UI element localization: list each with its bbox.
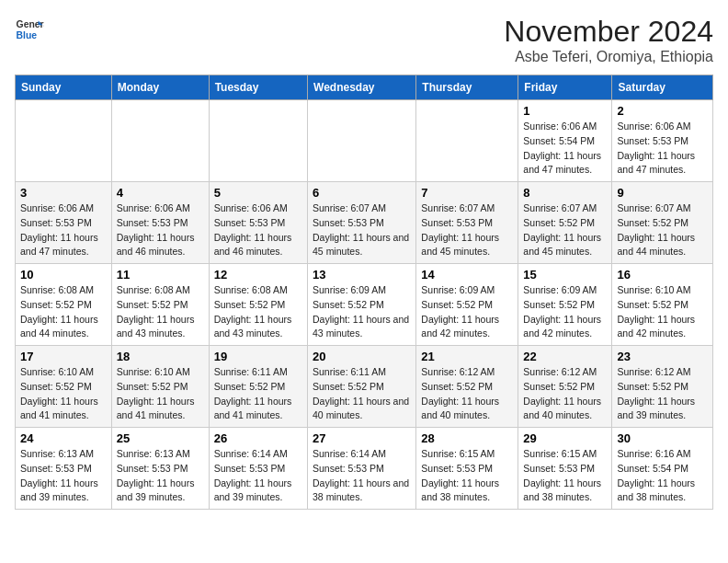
page-header: General Blue November 2024 Asbe Teferi, …: [15, 15, 713, 65]
day-info: Sunrise: 6:06 AM Sunset: 5:54 PM Dayligh…: [523, 120, 607, 178]
day-number: 16: [617, 268, 708, 282]
day-number: 26: [214, 431, 302, 445]
day-number: 10: [20, 268, 107, 282]
day-info: Sunrise: 6:07 AM Sunset: 5:52 PM Dayligh…: [523, 201, 607, 259]
weekday-header-wednesday: Wednesday: [308, 75, 416, 100]
page-subtitle: Asbe Teferi, Oromiya, Ethiopia: [504, 49, 713, 65]
calendar-cell: 29Sunrise: 6:15 AM Sunset: 5:53 PM Dayli…: [518, 428, 612, 510]
day-info: Sunrise: 6:10 AM Sunset: 5:52 PM Dayligh…: [20, 365, 107, 423]
day-number: 18: [117, 350, 204, 363]
day-number: 17: [20, 350, 107, 363]
day-info: Sunrise: 6:13 AM Sunset: 5:53 PM Dayligh…: [117, 447, 204, 505]
day-info: Sunrise: 6:09 AM Sunset: 5:52 PM Dayligh…: [421, 283, 513, 341]
day-number: 12: [214, 268, 302, 282]
day-info: Sunrise: 6:09 AM Sunset: 5:52 PM Dayligh…: [313, 283, 411, 341]
day-info: Sunrise: 6:08 AM Sunset: 5:52 PM Dayligh…: [214, 283, 302, 341]
calendar-cell: [209, 100, 307, 182]
day-info: Sunrise: 6:12 AM Sunset: 5:52 PM Dayligh…: [421, 365, 513, 423]
calendar-cell: 10Sunrise: 6:08 AM Sunset: 5:52 PM Dayli…: [16, 264, 112, 346]
day-number: 1: [523, 104, 607, 118]
day-number: 20: [313, 350, 411, 363]
day-info: Sunrise: 6:06 AM Sunset: 5:53 PM Dayligh…: [617, 120, 708, 178]
day-info: Sunrise: 6:06 AM Sunset: 5:53 PM Dayligh…: [20, 201, 107, 259]
weekday-header-friday: Friday: [518, 75, 612, 100]
day-number: 23: [617, 350, 708, 363]
day-info: Sunrise: 6:07 AM Sunset: 5:52 PM Dayligh…: [617, 201, 708, 259]
calendar-cell: 4Sunrise: 6:06 AM Sunset: 5:53 PM Daylig…: [111, 182, 209, 264]
day-info: Sunrise: 6:07 AM Sunset: 5:53 PM Dayligh…: [421, 201, 513, 259]
calendar-cell: 2Sunrise: 6:06 AM Sunset: 5:53 PM Daylig…: [612, 100, 713, 182]
day-info: Sunrise: 6:10 AM Sunset: 5:52 PM Dayligh…: [617, 283, 708, 341]
calendar-cell: 14Sunrise: 6:09 AM Sunset: 5:52 PM Dayli…: [416, 264, 518, 346]
day-info: Sunrise: 6:10 AM Sunset: 5:52 PM Dayligh…: [117, 365, 204, 423]
day-number: 6: [313, 186, 411, 200]
day-number: 15: [523, 268, 607, 282]
calendar-cell: 27Sunrise: 6:14 AM Sunset: 5:53 PM Dayli…: [308, 428, 416, 510]
calendar-cell: 7Sunrise: 6:07 AM Sunset: 5:53 PM Daylig…: [416, 182, 518, 264]
calendar-cell: 16Sunrise: 6:10 AM Sunset: 5:52 PM Dayli…: [612, 264, 713, 346]
page-title: November 2024: [504, 15, 713, 49]
day-number: 27: [313, 431, 411, 445]
day-info: Sunrise: 6:08 AM Sunset: 5:52 PM Dayligh…: [117, 283, 204, 341]
day-info: Sunrise: 6:11 AM Sunset: 5:52 PM Dayligh…: [214, 365, 302, 423]
svg-text:Blue: Blue: [17, 30, 38, 40]
calendar-cell: 18Sunrise: 6:10 AM Sunset: 5:52 PM Dayli…: [111, 346, 209, 428]
calendar-cell: 3Sunrise: 6:06 AM Sunset: 5:53 PM Daylig…: [16, 182, 112, 264]
day-number: 21: [421, 350, 513, 363]
day-info: Sunrise: 6:12 AM Sunset: 5:52 PM Dayligh…: [617, 365, 708, 423]
day-number: 29: [523, 431, 607, 445]
calendar-cell: 6Sunrise: 6:07 AM Sunset: 5:53 PM Daylig…: [308, 182, 416, 264]
day-info: Sunrise: 6:09 AM Sunset: 5:52 PM Dayligh…: [523, 283, 607, 341]
calendar-cell: 1Sunrise: 6:06 AM Sunset: 5:54 PM Daylig…: [518, 100, 612, 182]
calendar-cell: 17Sunrise: 6:10 AM Sunset: 5:52 PM Dayli…: [16, 346, 112, 428]
calendar-cell: 28Sunrise: 6:15 AM Sunset: 5:53 PM Dayli…: [416, 428, 518, 510]
calendar-table: SundayMondayTuesdayWednesdayThursdayFrid…: [15, 75, 713, 510]
day-info: Sunrise: 6:14 AM Sunset: 5:53 PM Dayligh…: [214, 447, 302, 505]
calendar-cell: 8Sunrise: 6:07 AM Sunset: 5:52 PM Daylig…: [518, 182, 612, 264]
day-number: 13: [313, 268, 411, 282]
day-number: 8: [523, 186, 607, 200]
calendar-cell: 13Sunrise: 6:09 AM Sunset: 5:52 PM Dayli…: [308, 264, 416, 346]
calendar-cell: 9Sunrise: 6:07 AM Sunset: 5:52 PM Daylig…: [612, 182, 713, 264]
weekday-header-tuesday: Tuesday: [209, 75, 307, 100]
calendar-cell: [111, 100, 209, 182]
day-number: 19: [214, 350, 302, 363]
calendar-cell: 22Sunrise: 6:12 AM Sunset: 5:52 PM Dayli…: [518, 346, 612, 428]
day-number: 2: [617, 104, 708, 118]
calendar-cell: 5Sunrise: 6:06 AM Sunset: 5:53 PM Daylig…: [209, 182, 307, 264]
day-info: Sunrise: 6:15 AM Sunset: 5:53 PM Dayligh…: [523, 447, 607, 505]
day-number: 11: [117, 268, 204, 282]
day-number: 9: [617, 186, 708, 200]
weekday-header-thursday: Thursday: [416, 75, 518, 100]
day-number: 7: [421, 186, 513, 200]
day-number: 22: [523, 350, 607, 363]
calendar-cell: 24Sunrise: 6:13 AM Sunset: 5:53 PM Dayli…: [16, 428, 112, 510]
day-info: Sunrise: 6:07 AM Sunset: 5:53 PM Dayligh…: [313, 201, 411, 259]
day-number: 28: [421, 431, 513, 445]
calendar-cell: 19Sunrise: 6:11 AM Sunset: 5:52 PM Dayli…: [209, 346, 307, 428]
day-info: Sunrise: 6:11 AM Sunset: 5:52 PM Dayligh…: [313, 365, 411, 423]
calendar-cell: 26Sunrise: 6:14 AM Sunset: 5:53 PM Dayli…: [209, 428, 307, 510]
day-number: 24: [20, 431, 107, 445]
calendar-cell: 15Sunrise: 6:09 AM Sunset: 5:52 PM Dayli…: [518, 264, 612, 346]
weekday-header-monday: Monday: [111, 75, 209, 100]
logo: General Blue: [15, 15, 44, 44]
day-number: 3: [20, 186, 107, 200]
day-info: Sunrise: 6:15 AM Sunset: 5:53 PM Dayligh…: [421, 447, 513, 505]
day-number: 25: [117, 431, 204, 445]
day-number: 14: [421, 268, 513, 282]
day-info: Sunrise: 6:12 AM Sunset: 5:52 PM Dayligh…: [523, 365, 607, 423]
day-info: Sunrise: 6:06 AM Sunset: 5:53 PM Dayligh…: [117, 201, 204, 259]
title-block: November 2024 Asbe Teferi, Oromiya, Ethi…: [504, 15, 713, 65]
calendar-cell: 23Sunrise: 6:12 AM Sunset: 5:52 PM Dayli…: [612, 346, 713, 428]
calendar-cell: 12Sunrise: 6:08 AM Sunset: 5:52 PM Dayli…: [209, 264, 307, 346]
calendar-cell: 20Sunrise: 6:11 AM Sunset: 5:52 PM Dayli…: [308, 346, 416, 428]
day-info: Sunrise: 6:08 AM Sunset: 5:52 PM Dayligh…: [20, 283, 107, 341]
calendar-cell: 11Sunrise: 6:08 AM Sunset: 5:52 PM Dayli…: [111, 264, 209, 346]
calendar-cell: 21Sunrise: 6:12 AM Sunset: 5:52 PM Dayli…: [416, 346, 518, 428]
weekday-header-saturday: Saturday: [612, 75, 713, 100]
calendar-cell: [308, 100, 416, 182]
day-number: 30: [617, 431, 708, 445]
weekday-header-sunday: Sunday: [16, 75, 112, 100]
day-info: Sunrise: 6:13 AM Sunset: 5:53 PM Dayligh…: [20, 447, 107, 505]
